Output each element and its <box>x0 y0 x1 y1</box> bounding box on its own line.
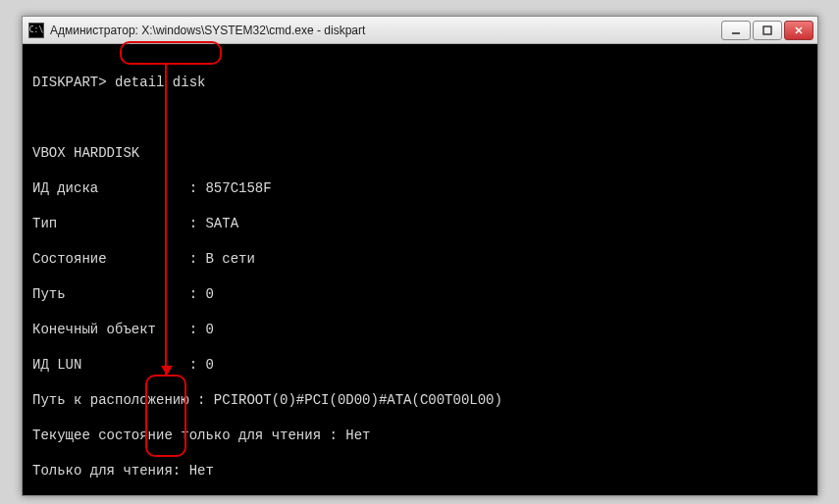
prop-row: Состояние : В сети <box>32 250 808 268</box>
prop-row: Конечный объект : 0 <box>32 321 808 338</box>
disk-name: VBOX HARDDISK <box>32 144 808 162</box>
window-controls <box>721 21 813 40</box>
window-title: Администратор: X:\windows\SYSTEM32\cmd.e… <box>50 24 721 37</box>
svg-rect-1 <box>763 26 771 34</box>
prop-row: Путь к расположению : PCIROOT(0)#PCI(0D0… <box>32 391 808 409</box>
prop-row: Тип : SATA <box>32 215 808 232</box>
cmd-icon: C:\ <box>28 23 44 38</box>
prop-row: ИД LUN : 0 <box>32 356 808 374</box>
terminal-output[interactable]: DISKPART> detail disk VBOX HARDDISK ИД д… <box>23 44 817 495</box>
titlebar[interactable]: C:\ Администратор: X:\windows\SYSTEM32\c… <box>23 17 817 44</box>
command-text: detail disk <box>115 75 205 90</box>
prompt-line: DISKPART> detail disk <box>32 74 808 91</box>
minimize-button[interactable] <box>721 21 751 40</box>
prop-row: ИД диска : 857C158F <box>32 179 808 197</box>
prop-row: Путь : 0 <box>32 285 808 303</box>
close-button[interactable] <box>784 21 813 40</box>
maximize-button[interactable] <box>753 21 782 40</box>
blank <box>32 109 808 126</box>
flag-row: Текущее состояние только для чтения : Не… <box>32 427 808 444</box>
cmd-window: C:\ Администратор: X:\windows\SYSTEM32\c… <box>22 16 818 496</box>
flag-row: Только для чтения: Нет <box>32 462 808 479</box>
